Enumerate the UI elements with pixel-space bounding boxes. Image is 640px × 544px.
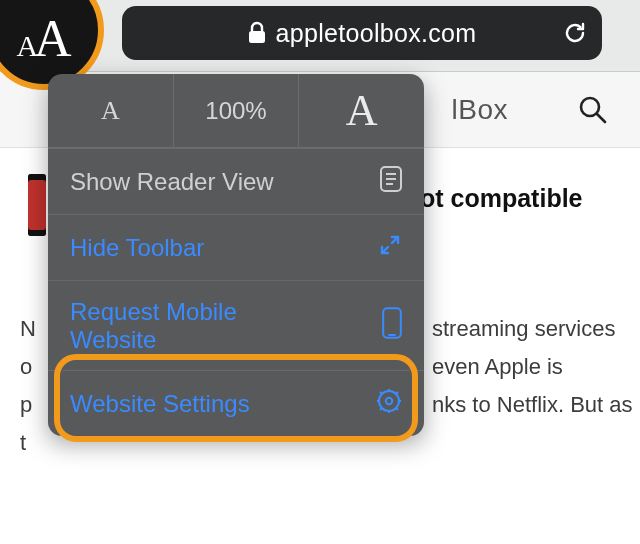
search-icon[interactable] [578, 95, 608, 125]
svg-line-20 [396, 392, 398, 394]
request-mobile-website-label: Request Mobile Website [70, 298, 320, 354]
lock-icon [248, 22, 266, 44]
body-line3-left: p [20, 386, 32, 424]
body-line3-right: nks to Netflix. But as [432, 386, 633, 424]
site-brand-fragment: lBox [452, 94, 508, 126]
svg-rect-0 [249, 31, 265, 43]
body-line2-left: o [20, 348, 32, 386]
url-text: appletoolbox.com [276, 19, 477, 48]
gear-icon [376, 388, 402, 420]
body-line4-left: t [20, 424, 26, 462]
svg-line-17 [380, 392, 382, 394]
reader-icon [380, 166, 402, 198]
url-display: appletoolbox.com [122, 19, 602, 48]
body-line1-right: streaming services [432, 310, 615, 348]
show-reader-view-item[interactable]: Show Reader View [48, 148, 424, 214]
zoom-level-value: 100% [205, 97, 266, 125]
website-settings-label: Website Settings [70, 390, 250, 418]
browser-nav-bar: appletoolbox.com AA [0, 0, 640, 72]
svg-rect-9 [383, 308, 401, 338]
svg-line-19 [380, 407, 382, 409]
website-settings-item[interactable]: Website Settings [48, 370, 424, 436]
body-line2-right: even Apple is [432, 348, 563, 386]
zoom-in-label: A [346, 85, 378, 136]
refresh-button[interactable] [562, 6, 588, 60]
hide-toolbar-item[interactable]: Hide Toolbar [48, 214, 424, 280]
url-bar[interactable]: appletoolbox.com [122, 6, 602, 60]
article-thumbnail [28, 174, 46, 236]
headline-fragment: ot compatible [420, 184, 583, 213]
text-size-button[interactable]: AA [16, 9, 71, 68]
hide-toolbar-label: Hide Toolbar [70, 234, 204, 262]
svg-line-18 [396, 407, 398, 409]
text-size-big-a: A [34, 10, 72, 67]
expand-icon [378, 233, 402, 263]
zoom-level[interactable]: 100% [174, 74, 300, 147]
svg-line-2 [597, 114, 605, 122]
svg-point-12 [386, 397, 392, 403]
zoom-row: A 100% A [48, 74, 424, 148]
aa-popover-menu: A 100% A Show Reader View Hide Toolbar [48, 74, 424, 436]
zoom-out-label: A [101, 96, 120, 126]
show-reader-view-label: Show Reader View [70, 168, 274, 196]
zoom-out-button[interactable]: A [48, 74, 174, 147]
body-line1-left: N [20, 310, 36, 348]
mobile-icon [382, 307, 402, 345]
zoom-in-button[interactable]: A [299, 74, 424, 147]
request-mobile-website-item[interactable]: Request Mobile Website [48, 280, 424, 370]
